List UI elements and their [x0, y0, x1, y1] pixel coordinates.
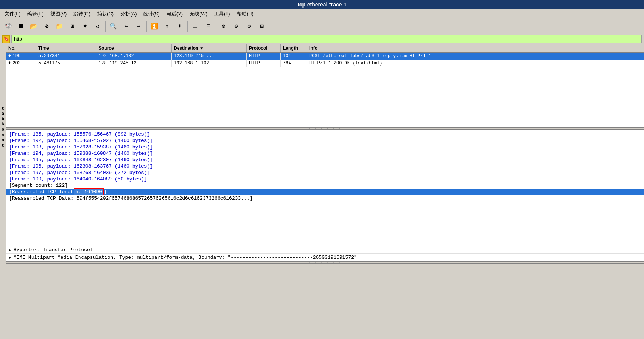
filter-bar: 🔖: [0, 34, 644, 44]
grid-icon[interactable]: ⊞: [66, 20, 78, 32]
toolbar-separator: [216, 21, 216, 32]
tree-row-label: Hypertext Transfer Protocol: [14, 247, 93, 253]
detail-line-5[interactable]: [Frame: 196, payload: 162308-163767 (146…: [6, 163, 644, 170]
shark-icon[interactable]: 🦈: [2, 20, 14, 32]
packet-row[interactable]: +2035.461175128.119.245.12192.168.1.102H…: [6, 60, 644, 67]
resizer-2[interactable]: · · · · · ·: [6, 261, 644, 264]
back-icon[interactable]: ⬅: [120, 20, 132, 32]
tree-row-label: MIME Multipart Media Encapsulation, Type…: [14, 255, 357, 260]
detail-line-2[interactable]: [Frame: 193, payload: 157928-159387 (146…: [6, 144, 644, 150]
packet-cell-destination: 128.119.245....: [172, 53, 247, 60]
list-icon[interactable]: ☰: [189, 20, 201, 32]
packet-cell-destination: 192.168.1.102: [172, 60, 247, 67]
menu-item-捕获(C)[interactable]: 捕获(C): [94, 10, 117, 18]
menu-item-跳转(G)[interactable]: 跳转(G): [70, 10, 93, 18]
col-header-destination[interactable]: Destination ▼: [172, 44, 247, 52]
go-first-icon[interactable]: ⏫: [148, 20, 160, 32]
packet-cell-no: +203: [6, 60, 36, 67]
sidebar-letter: n: [1, 138, 5, 142]
col-header-length[interactable]: Length: [281, 44, 307, 52]
sidebar-letter: a: [1, 133, 5, 137]
go-next-icon[interactable]: ⬇: [174, 20, 186, 32]
detail-line-7[interactable]: [Frame: 199, payload: 164040-164089 (50 …: [6, 176, 644, 182]
packet-cell-source: 128.119.245.12: [96, 60, 172, 67]
left-sidebar: tGbbbant: [0, 105, 6, 255]
filter-bookmark-icon: 🔖: [2, 35, 10, 43]
title-text: tcp-ethereal-trace-1: [298, 2, 346, 8]
detail-line-1[interactable]: [Frame: 192, payload: 156468-157927 (146…: [6, 137, 644, 144]
resizer-dots-2: · · · · · ·: [308, 261, 342, 265]
menu-item-文件(F)[interactable]: 文件(F): [2, 10, 24, 18]
packet-cell-time: 5.461175: [36, 60, 96, 67]
col-header-no[interactable]: No.: [6, 44, 36, 52]
filter-input[interactable]: [11, 35, 642, 43]
zoom-in-icon[interactable]: ⊕: [217, 20, 229, 32]
packet-cell-protocol: HTTP: [247, 60, 281, 67]
sidebar-letter: G: [1, 111, 5, 116]
toolbar-separator: [105, 21, 106, 32]
tree-rows-container: ▶Hypertext Transfer Protocol▶MIME Multip…: [6, 246, 644, 261]
sidebar-letter: t: [1, 106, 5, 111]
open-icon[interactable]: 📂: [28, 20, 40, 32]
menu-item-帮助(H)[interactable]: 帮助(H): [234, 10, 257, 18]
stop-icon[interactable]: ⏹: [15, 20, 27, 32]
detail-line-0[interactable]: [Frame: 185, payload: 155576-156467 (892…: [6, 131, 644, 137]
packet-cell-length: 104: [281, 53, 307, 60]
packet-cell-source: 192.168.1.102: [96, 53, 172, 60]
packet-rows-container: +1995.297341192.168.1.102128.119.245....…: [6, 53, 644, 67]
search-icon[interactable]: 🔍: [107, 20, 119, 32]
settings-icon[interactable]: ⚙: [41, 20, 53, 32]
col-header-source[interactable]: Source: [96, 44, 172, 52]
packet-cell-length: 784: [281, 60, 307, 67]
packet-list: No. Time Source Destination ▼ Protocol L…: [6, 44, 644, 127]
menu-bar: 文件(F)编辑(E)视图(V)跳转(G)捕获(C)分析(A)统计(S)电话(Y)…: [0, 9, 644, 19]
packet-cell-info: POST /ethereal-labs/lab3-1-reply.htm HTT…: [307, 53, 644, 60]
status-bar: [0, 331, 644, 339]
zoom-out-icon[interactable]: ⊖: [230, 20, 242, 32]
sidebar-letter: t: [1, 143, 5, 148]
menu-item-无线(W)[interactable]: 无线(W): [187, 10, 210, 18]
sidebar-letter: b: [1, 127, 5, 132]
resizer-dots: · · · · · ·: [308, 127, 342, 131]
menu-item-编辑(E)[interactable]: 编辑(E): [24, 10, 47, 18]
lines-icon[interactable]: ≡: [202, 20, 214, 32]
col-header-info[interactable]: Info: [307, 44, 644, 52]
zoom-fit-icon[interactable]: ⊙: [243, 20, 255, 32]
detail-line-8[interactable]: [Segment count: 122]: [6, 182, 644, 189]
col-header-protocol[interactable]: Protocol: [247, 44, 281, 52]
destination-dropdown-icon[interactable]: ▼: [200, 46, 204, 50]
menu-item-分析(A)[interactable]: 分析(A): [117, 10, 140, 18]
sidebar-letter: b: [1, 117, 5, 121]
detail-line-3[interactable]: [Frame: 194, payload: 159388-160847 (146…: [6, 150, 644, 157]
packet-cell-time: 5.297341: [36, 53, 96, 60]
tree-expand-icon: ▶: [9, 248, 11, 252]
menu-item-统计(S)[interactable]: 统计(S): [140, 10, 163, 18]
reload-icon[interactable]: ↺: [92, 20, 104, 32]
detail-line-6[interactable]: [Frame: 197, payload: 163768-164039 (272…: [6, 170, 644, 176]
packet-cell-no: +199: [6, 53, 36, 60]
menu-item-工具(T)[interactable]: 工具(T): [211, 10, 233, 18]
menu-item-电话(Y)[interactable]: 电话(Y): [164, 10, 186, 18]
menu-item-视图(V)[interactable]: 视图(V): [47, 10, 70, 18]
title-bar: tcp-ethereal-trace-1: [0, 0, 644, 9]
packet-list-header: No. Time Source Destination ▼ Protocol L…: [6, 44, 644, 53]
folder-icon[interactable]: 📁: [53, 20, 65, 32]
sidebar-letter: b: [1, 122, 5, 127]
forward-icon[interactable]: ➡: [133, 20, 145, 32]
close-icon[interactable]: ✖: [79, 20, 91, 32]
detail-line-10[interactable]: [Reassembled TCP Data: 504f5554202f65746…: [6, 195, 644, 202]
toolbar-separator: [187, 21, 188, 32]
detail-line-9[interactable]: [Reassembled TCP length: 164090]: [6, 189, 644, 195]
toolbar: 🦈⏹📂⚙📁⊞✖↺🔍⬅➡⏫⬆⬇☰≡⊕⊖⊙⊞: [0, 19, 644, 34]
col-header-time[interactable]: Time: [36, 44, 96, 52]
tree-expand-icon: ▶: [9, 255, 11, 260]
toolbar-separator: [146, 21, 147, 32]
packet-cell-protocol: HTTP: [247, 53, 281, 60]
packet-row[interactable]: +1995.297341192.168.1.102128.119.245....…: [6, 53, 644, 60]
detail-line-4[interactable]: [Frame: 195, payload: 160848-162307 (146…: [6, 157, 644, 163]
go-prev-icon[interactable]: ⬆: [161, 20, 173, 32]
tree-row-0[interactable]: ▶Hypertext Transfer Protocol: [6, 246, 644, 254]
detail-panel: [Frame: 185, payload: 155576-156467 (892…: [6, 130, 644, 246]
columns-icon[interactable]: ⊞: [256, 20, 268, 32]
packet-cell-info: HTTP/1.1 200 OK (text/html): [307, 60, 644, 67]
